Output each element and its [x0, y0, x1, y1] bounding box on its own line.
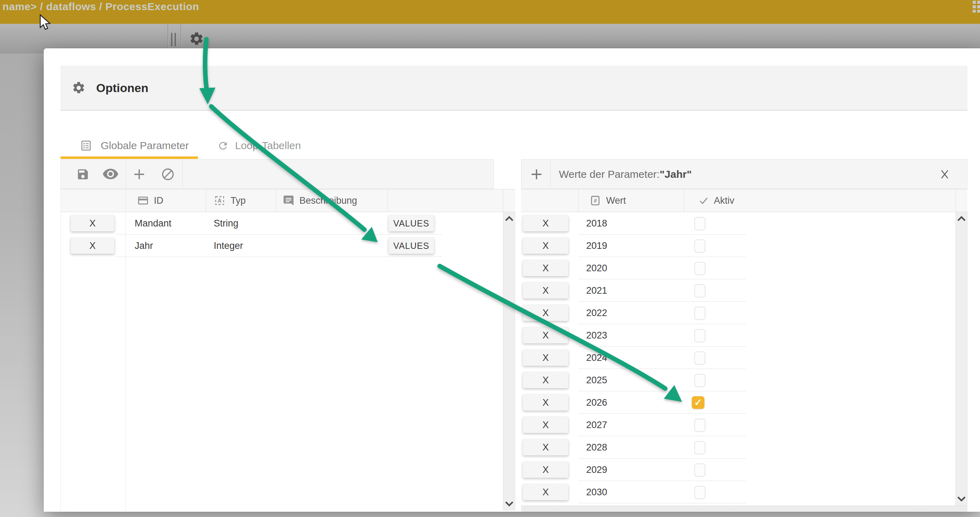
toolbar-separator — [126, 160, 126, 189]
chevron-down-icon[interactable] — [505, 501, 514, 507]
aktiv-checkbox[interactable] — [694, 306, 705, 320]
value-row: X2023 — [521, 324, 967, 346]
value-row: X2026✓ — [521, 391, 967, 414]
delete-value-button[interactable]: X — [523, 282, 568, 298]
row-divider — [578, 503, 746, 503]
value-row: X2029 — [521, 458, 967, 481]
parameter-id-cell: Mandant — [135, 212, 171, 235]
parameter-typ-cell: String — [214, 212, 239, 235]
gear-icon — [72, 81, 86, 95]
value-row: X2018 — [521, 212, 967, 235]
tab-label: Globale Parameter — [101, 140, 189, 152]
parameters-table-header: ID A Typ Beschreibung — [61, 189, 515, 212]
active-tab-underline — [60, 156, 198, 159]
dialog-title: Optionen — [96, 81, 148, 95]
value-row: X2024 — [521, 346, 967, 369]
tab-globale-parameter[interactable]: Globale Parameter — [60, 132, 198, 159]
wert-cell: 2028 — [586, 436, 607, 458]
delete-value-button[interactable]: X — [523, 215, 568, 231]
breadcrumb[interactable]: name> / dataflows / ProcessExecution — [2, 1, 199, 13]
aktiv-checkbox[interactable] — [694, 441, 705, 454]
aktiv-checkbox[interactable] — [694, 284, 705, 298]
delete-value-button[interactable]: X — [523, 305, 568, 321]
toolbar-separator — [182, 160, 183, 189]
settings-gear-icon[interactable] — [189, 31, 204, 46]
aktiv-checkbox[interactable] — [694, 329, 705, 342]
values-toolbar: Werte der Parameter: "Jahr" — [521, 159, 967, 189]
check-icon — [698, 195, 709, 206]
delete-value-button[interactable]: X — [523, 350, 568, 366]
block-icon[interactable] — [161, 167, 175, 181]
aktiv-checkbox[interactable] — [694, 262, 705, 275]
value-row: X2019 — [521, 235, 967, 257]
parameters-table: ID A Typ Beschreibung XMandantStringVALU… — [60, 189, 515, 511]
drag-handle-icon[interactable] — [171, 33, 179, 46]
save-icon[interactable] — [76, 168, 89, 181]
delete-value-button[interactable]: X — [523, 394, 568, 410]
delete-parameter-button[interactable]: X — [71, 238, 115, 254]
values-button[interactable]: VALUES — [388, 215, 434, 231]
aktiv-checkbox[interactable] — [694, 374, 705, 387]
tab-label: Loop-Tabellen — [235, 140, 301, 152]
values-scrollbar[interactable] — [956, 212, 967, 506]
chevron-down-icon[interactable] — [957, 496, 966, 502]
delete-value-button[interactable]: X — [523, 439, 568, 455]
aktiv-checkbox[interactable] — [694, 419, 705, 432]
values-horizontal-scrollbar[interactable] — [521, 506, 967, 512]
column-header-typ[interactable]: A Typ — [214, 189, 246, 212]
parameter-row: XMandantStringVALUES — [61, 212, 515, 235]
chevron-up-icon[interactable] — [505, 215, 514, 222]
value-row: X2028 — [521, 436, 967, 458]
plus-icon[interactable] — [529, 167, 544, 182]
values-panel-title: Werte der Parameter: "Jahr" — [559, 160, 692, 189]
chevron-up-icon[interactable] — [957, 215, 966, 222]
aktiv-checkbox[interactable]: ✓ — [692, 396, 705, 409]
wert-cell: 2018 — [586, 212, 607, 235]
wert-cell: 2025 — [586, 369, 607, 391]
text-select-icon: A — [214, 195, 226, 206]
parameters-scrollbar[interactable] — [503, 212, 515, 511]
eye-icon[interactable] — [102, 169, 119, 180]
column-header-id[interactable]: ID — [137, 189, 163, 212]
aktiv-checkbox[interactable] — [694, 217, 705, 230]
wert-cell: 2021 — [586, 279, 607, 302]
close-x-icon[interactable] — [939, 167, 951, 181]
column-header-aktiv[interactable]: Aktiv — [698, 189, 735, 212]
top-app-bar: name> / dataflows / ProcessExecution — [0, 0, 980, 24]
row-divider — [116, 257, 442, 257]
wert-cell: 2027 — [586, 414, 607, 436]
delete-value-button[interactable]: X — [523, 462, 568, 478]
delete-value-button[interactable]: X — [523, 327, 568, 343]
aktiv-checkbox[interactable] — [694, 351, 705, 365]
tab-loop-tabellen[interactable]: Loop-Tabellen — [205, 132, 320, 159]
dialog-header: Optionen — [60, 66, 967, 111]
card-icon — [137, 195, 149, 206]
wert-cell: 2020 — [586, 257, 607, 279]
apps-grid-icon[interactable] — [973, 1, 980, 13]
column-header-wert[interactable]: # Wert — [589, 189, 626, 212]
delete-value-button[interactable]: X — [523, 372, 568, 388]
comment-icon — [283, 195, 294, 206]
wert-cell: 2026 — [586, 391, 607, 414]
aktiv-checkbox[interactable] — [694, 239, 705, 253]
svg-text:A: A — [218, 198, 221, 204]
options-dialog: Optionen Globale Parameter Loop-Tabellen — [44, 48, 980, 512]
wert-cell: 2030 — [586, 481, 607, 503]
list-icon — [80, 139, 92, 152]
parameter-id-cell: Jahr — [135, 235, 153, 257]
delete-value-button[interactable]: X — [523, 238, 568, 254]
values-button[interactable]: VALUES — [388, 238, 434, 254]
delete-value-button[interactable]: X — [523, 417, 568, 433]
aktiv-checkbox[interactable] — [694, 463, 705, 477]
plus-icon[interactable] — [132, 167, 146, 182]
column-header-beschreibung[interactable]: Beschreibung — [283, 189, 357, 212]
delete-value-button[interactable]: X — [523, 260, 568, 276]
aktiv-checkbox[interactable] — [694, 486, 705, 499]
delete-value-button[interactable]: X — [523, 484, 568, 500]
value-row: X2025 — [521, 369, 967, 391]
wert-cell: 2022 — [586, 302, 607, 324]
value-row: X2022 — [521, 302, 967, 324]
delete-parameter-button[interactable]: X — [71, 215, 115, 231]
parameters-toolbar — [60, 159, 494, 189]
parameter-typ-cell: Integer — [214, 235, 243, 257]
